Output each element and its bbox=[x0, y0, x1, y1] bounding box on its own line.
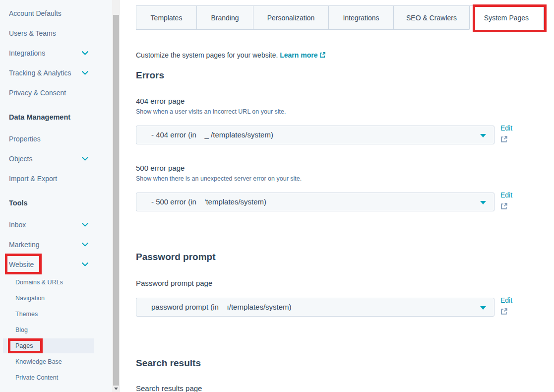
sidebar-item-label: Website bbox=[9, 261, 34, 268]
sidebar-item-users-teams[interactable]: Users & Teams bbox=[0, 23, 112, 43]
sidebar-item-properties[interactable]: Properties bbox=[0, 129, 112, 149]
sidebar-item-label: Marketing bbox=[9, 241, 39, 249]
sidebar-item-label: Properties bbox=[9, 135, 41, 143]
password-edit-column: Edit bbox=[500, 298, 530, 317]
search-results-page-label: Search results page bbox=[136, 384, 202, 392]
password-prompt-section-title: Password prompt bbox=[136, 252, 215, 262]
sidebar-item-blog[interactable]: Blog bbox=[0, 322, 112, 338]
sidebar-header-data-management: Data Management bbox=[0, 107, 112, 127]
password-prompt-page-label: Password prompt page bbox=[136, 279, 212, 287]
sidebar-item-label: Inbox bbox=[9, 221, 26, 229]
sidebar-scrollbar[interactable] bbox=[112, 0, 120, 392]
sidebar-item-label: Privacy & Consent bbox=[9, 89, 66, 97]
errors-section-title: Errors bbox=[136, 70, 164, 81]
scrollbar-thumb[interactable] bbox=[113, 15, 119, 386]
sidebar-item-private-content[interactable]: Private Content bbox=[0, 370, 112, 386]
external-link-icon[interactable] bbox=[500, 202, 530, 212]
settings-sidebar: Account Defaults Users & Teams Integrati… bbox=[0, 0, 112, 392]
sidebar-item-themes[interactable]: Themes bbox=[0, 306, 112, 322]
external-link-icon[interactable] bbox=[500, 308, 530, 317]
tab-personalization[interactable]: Personalization bbox=[253, 5, 329, 30]
sidebar-item-navigation[interactable]: Navigation bbox=[0, 290, 112, 306]
chevron-down-icon bbox=[82, 51, 88, 55]
caret-down-icon bbox=[480, 201, 486, 204]
sidebar-item-privacy-consent[interactable]: Privacy & Consent bbox=[0, 83, 112, 103]
chevron-down-icon bbox=[82, 71, 88, 75]
tab-seo-crawlers[interactable]: SEO & Crawlers bbox=[393, 5, 470, 30]
intro-text: Customize the system pages for your webs… bbox=[136, 51, 326, 59]
external-link-icon[interactable] bbox=[500, 135, 530, 145]
caret-down-icon bbox=[480, 134, 486, 137]
system-pages-panel: Templates Branding Personalization Integ… bbox=[120, 0, 554, 392]
sidebar-item-domains-urls[interactable]: Domains & URLs bbox=[0, 274, 112, 290]
chevron-down-icon bbox=[82, 223, 88, 227]
sidebar-item-label: Objects bbox=[9, 155, 32, 163]
tab-system-pages[interactable]: System Pages bbox=[469, 5, 544, 30]
sidebar-item-label: Tracking & Analytics bbox=[9, 69, 71, 77]
sidebar-item-marketing[interactable]: Marketing bbox=[0, 235, 112, 255]
404-edit-column: Edit bbox=[500, 126, 530, 145]
learn-more-link[interactable]: Learn more bbox=[280, 51, 326, 59]
sidebar-item-tracking-analytics[interactable]: Tracking & Analytics bbox=[0, 63, 112, 83]
sidebar-item-label: Import & Export bbox=[9, 175, 57, 183]
sidebar-item-objects[interactable]: Objects bbox=[0, 149, 112, 169]
search-results-section-title: Search results bbox=[136, 358, 201, 369]
caret-down-icon bbox=[480, 306, 486, 310]
500-template-select[interactable]: - 500 error (in 'templates/system) bbox=[136, 193, 494, 211]
500-error-page-label: 500 error page bbox=[136, 164, 185, 172]
500-error-row: - 500 error (in 'templates/system) Edit bbox=[136, 193, 530, 212]
tab-integrations[interactable]: Integrations bbox=[328, 5, 394, 30]
scrollbar-down-arrow-icon[interactable] bbox=[114, 388, 118, 390]
external-link-icon bbox=[319, 52, 326, 58]
tab-templates[interactable]: Templates bbox=[136, 5, 197, 30]
404-edit-link[interactable]: Edit bbox=[500, 124, 530, 132]
404-error-row: - 404 error (in _ /templates/system) Edi… bbox=[136, 126, 530, 145]
500-template-selected-value: - 500 error (in 'templates/system) bbox=[136, 193, 494, 211]
tab-branding[interactable]: Branding bbox=[196, 5, 253, 30]
sidebar-item-account-defaults[interactable]: Account Defaults bbox=[0, 3, 112, 23]
sidebar-item-inbox[interactable]: Inbox bbox=[0, 215, 112, 235]
sidebar-item-label: Account Defaults bbox=[9, 9, 62, 17]
sidebar-item-label: Users & Teams bbox=[9, 29, 56, 37]
404-template-selected-value: - 404 error (in _ /templates/system) bbox=[136, 126, 494, 144]
500-edit-link[interactable]: Edit bbox=[500, 191, 530, 199]
sidebar-item-import-export[interactable]: Import & Export bbox=[0, 169, 112, 189]
sidebar-header-tools: Tools bbox=[0, 193, 112, 213]
chevron-down-icon bbox=[82, 262, 88, 266]
500-error-page-description: Show when there is an unexpected server … bbox=[136, 175, 302, 182]
password-template-selected-value: password prompt (in ı/templates/system) bbox=[136, 298, 494, 316]
chevron-down-icon bbox=[82, 157, 88, 161]
sidebar-item-website[interactable]: Website bbox=[0, 255, 112, 274]
password-edit-link[interactable]: Edit bbox=[500, 296, 530, 304]
sidebar-item-label: Integrations bbox=[9, 49, 45, 57]
sidebar-item-knowledge-base[interactable]: Knowledge Base bbox=[0, 354, 112, 370]
settings-tabs: Templates Branding Personalization Integ… bbox=[136, 5, 544, 30]
500-edit-column: Edit bbox=[500, 193, 530, 212]
password-template-select[interactable]: password prompt (in ı/templates/system) bbox=[136, 298, 494, 317]
404-error-page-description: Show when a user visits an incorrect URL… bbox=[136, 108, 286, 115]
sidebar-item-pages[interactable]: Pages bbox=[3, 338, 94, 353]
chevron-down-icon bbox=[82, 243, 88, 247]
sidebar-item-integrations[interactable]: Integrations bbox=[0, 43, 112, 63]
404-template-select[interactable]: - 404 error (in _ /templates/system) bbox=[136, 126, 494, 144]
password-prompt-row: password prompt (in ı/templates/system) … bbox=[136, 298, 530, 317]
404-error-page-label: 404 error page bbox=[136, 97, 185, 105]
